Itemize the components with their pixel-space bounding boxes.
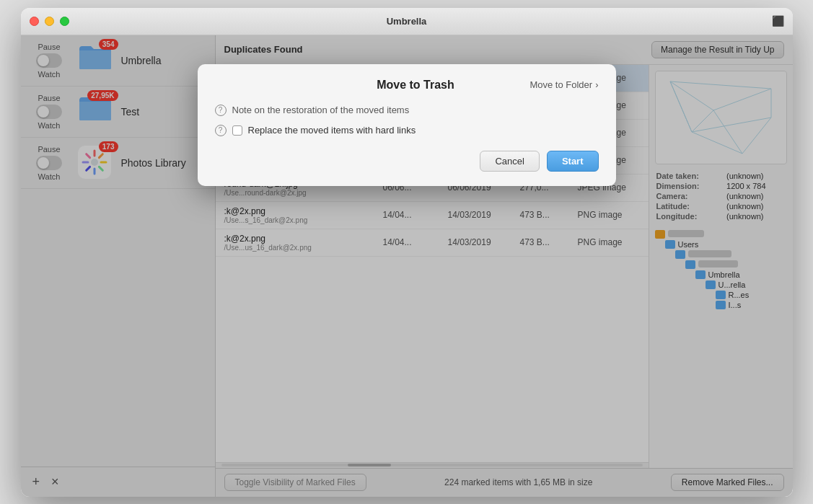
move-to-folder-label: Move to Folder [529, 79, 592, 90]
titlebar: Umbrella ⬛ [21, 8, 793, 35]
modal-dialog: Move to Trash Move to Folder › ? Note on… [198, 64, 616, 186]
info-icon: ? [215, 105, 227, 116]
info-icon-2: ? [215, 125, 227, 136]
window-title: Umbrella [387, 16, 427, 27]
cancel-button[interactable]: Cancel [480, 151, 539, 172]
hard-links-label: Replace the moved items with hard links [248, 125, 416, 136]
modal-note-text: Note on the restoration of the moved ite… [232, 105, 410, 115]
minimize-button[interactable] [45, 17, 54, 26]
close-button[interactable] [30, 17, 39, 26]
modal-body: ? Note on the restoration of the moved i… [215, 105, 599, 136]
start-button[interactable]: Start [547, 151, 599, 172]
modal-title: Move to Trash [302, 79, 530, 92]
main-window: Umbrella ⬛ Pause Watch 35 [21, 8, 793, 497]
traffic-lights [30, 17, 69, 26]
modal-note: ? Note on the restoration of the moved i… [215, 105, 599, 116]
chevron-right-icon: › [595, 79, 598, 90]
modal-checkbox-row: ? Replace the moved items with hard link… [215, 125, 599, 136]
modal-header: Move to Trash Move to Folder › [215, 79, 599, 92]
hard-links-checkbox[interactable] [232, 125, 242, 136]
expand-icon[interactable]: ⬛ [772, 15, 784, 27]
modal-footer: Cancel Start [215, 151, 599, 172]
maximize-button[interactable] [60, 17, 69, 26]
modal-overlay: Move to Trash Move to Folder › ? Note on… [21, 35, 793, 497]
move-to-folder-link[interactable]: Move to Folder › [529, 79, 598, 90]
